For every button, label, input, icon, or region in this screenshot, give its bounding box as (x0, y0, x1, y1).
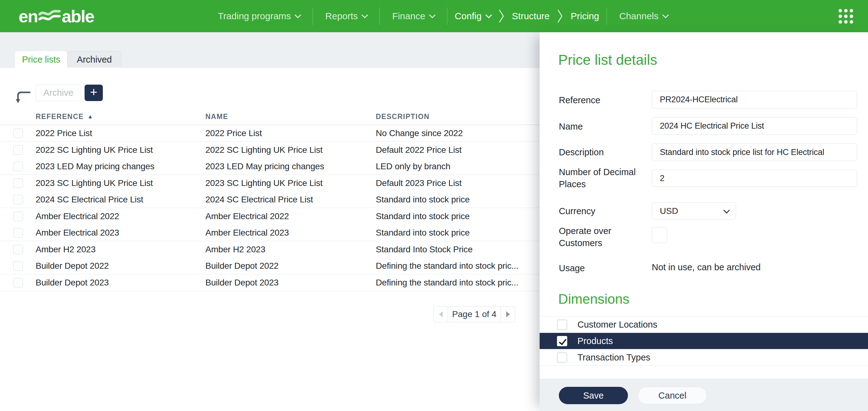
price-list-details-panel: Price list details Reference Name Descri… (539, 32, 868, 411)
operate-over-customers-label: Operate over Customers (559, 225, 649, 249)
reference-input[interactable] (652, 91, 857, 109)
currency-label: Currency (559, 205, 649, 217)
nav-channels[interactable]: Channels (607, 0, 680, 32)
tab-strip: Price lists Archived (0, 32, 539, 67)
main-menu: Trading programs Reports Finance Config (206, 0, 680, 32)
usage-value: Not in use, can be archived (652, 262, 761, 272)
breadcrumb-separator-icon (498, 7, 505, 25)
nav-finance[interactable]: Finance (380, 0, 447, 32)
enable-logo[interactable]: en able (19, 6, 94, 26)
table-header-row: REFERENCE ▲ NAME DESCRIPTION (0, 109, 539, 125)
usage-label: Usage (559, 262, 649, 274)
dimensions-title: Dimensions (558, 291, 629, 307)
table-row[interactable]: 2023 LED May pricing changes 2023 LED Ma… (0, 158, 539, 175)
row-checkbox[interactable] (13, 145, 23, 155)
logo-text-prefix: en (19, 6, 37, 26)
cancel-button[interactable]: Cancel (638, 387, 707, 404)
tab-price-lists[interactable]: Price lists (15, 51, 67, 68)
chevron-down-icon (662, 11, 669, 18)
breadcrumb-separator-icon (557, 7, 563, 25)
decimal-places-input[interactable] (652, 170, 857, 187)
table-row[interactable]: 2023 SC Lighting UK Price List 2023 SC L… (0, 175, 539, 192)
name-input[interactable] (652, 117, 857, 135)
row-checkbox[interactable] (13, 195, 23, 204)
checkmark-icon (559, 337, 566, 345)
dimension-customer-locations[interactable]: Customer Locations (539, 317, 868, 333)
reference-label: Reference (559, 94, 649, 106)
row-checkbox[interactable] (13, 244, 23, 254)
chevron-down-icon (485, 11, 492, 18)
dimension-checkbox[interactable] (557, 320, 567, 330)
top-navbar: en able Trading programs Reports Finance (0, 0, 868, 32)
breadcrumb-structure[interactable]: Structure (505, 0, 557, 32)
table-row[interactable]: Builder Depot 2023 Builder Depot 2023 De… (0, 274, 539, 291)
panel-footer: Save Cancel (539, 379, 868, 411)
logo-wave-icon (38, 9, 61, 24)
row-checkbox[interactable] (13, 128, 23, 138)
table-row[interactable]: 2022 SC Lighting UK Price List 2022 SC L… (0, 142, 539, 158)
breadcrumb-pricing[interactable]: Pricing (563, 0, 607, 32)
row-checkbox[interactable] (13, 211, 23, 221)
chevron-down-icon (294, 11, 301, 18)
table-row[interactable]: Builder Depot 2022 Builder Depot 2022 De… (0, 258, 539, 274)
save-button[interactable]: Save (559, 387, 628, 404)
row-checkbox[interactable] (13, 162, 23, 171)
previous-page-button[interactable] (433, 306, 447, 322)
breadcrumb: Config Structure Pricing (447, 0, 607, 32)
column-header-name[interactable]: NAME (206, 113, 228, 121)
previous-page-icon (439, 311, 443, 317)
column-header-reference[interactable]: REFERENCE ▲ (36, 113, 93, 121)
logo-text-suffix: able (62, 6, 94, 26)
price-lists-sheet: Archive + REFERENCE ▲ NAME DESCRIPTION 2… (0, 67, 539, 411)
dimension-transaction-types[interactable]: Transaction Types (539, 349, 868, 366)
table-row[interactable]: Amber Electrical 2023 Amber Electrical 2… (0, 225, 539, 241)
chevron-down-icon (723, 207, 730, 213)
description-input[interactable] (652, 144, 857, 161)
row-checkbox[interactable] (13, 228, 23, 237)
page-indicator: Page 1 of 4 (447, 306, 501, 322)
pagination: Page 1 of 4 (433, 306, 515, 322)
column-header-description[interactable]: DESCRIPTION (376, 113, 430, 121)
table-row[interactable]: Amber H2 2023 Amber H2 2023 Standard Int… (0, 241, 539, 258)
description-label: Description (559, 146, 649, 158)
operate-over-customers-checkbox[interactable] (652, 227, 667, 243)
apps-grid-icon[interactable] (839, 9, 853, 24)
table-row[interactable]: 2022 Price List 2022 Price List No Chang… (0, 125, 539, 142)
currency-select[interactable]: USD (652, 202, 736, 220)
chevron-down-icon (362, 11, 368, 18)
dimension-checkbox[interactable] (557, 352, 567, 363)
next-page-button[interactable] (501, 306, 515, 322)
dimensions-list: Customer Locations Products Transaction … (539, 316, 868, 366)
nav-trading-programs[interactable]: Trading programs (206, 0, 313, 32)
return-arrow-icon[interactable] (16, 90, 31, 104)
dimension-checkbox-checked[interactable] (557, 336, 567, 346)
chevron-down-icon (429, 11, 436, 18)
tab-archived[interactable]: Archived (67, 51, 121, 67)
sort-ascending-icon: ▲ (87, 113, 93, 120)
app: en able Trading programs Reports Finance (0, 0, 868, 411)
row-checkbox[interactable] (13, 278, 23, 287)
breadcrumb-config[interactable]: Config (447, 0, 498, 32)
next-page-icon (506, 311, 510, 317)
decimal-places-label: Number of Decimal Places (559, 166, 649, 190)
name-label: Name (559, 121, 649, 133)
table-row[interactable]: 2024 SC Electrical Price List 2024 SC El… (0, 191, 539, 208)
archive-button[interactable]: Archive (36, 85, 81, 101)
add-price-list-button[interactable]: + (85, 85, 103, 101)
panel-title: Price list details (558, 52, 657, 68)
dimension-products[interactable]: Products (539, 333, 868, 349)
row-checkbox[interactable] (13, 178, 23, 188)
nav-reports[interactable]: Reports (313, 0, 379, 32)
table-row[interactable]: Amber Electrical 2022 Amber Electrical 2… (0, 208, 539, 225)
row-checkbox[interactable] (13, 261, 23, 271)
